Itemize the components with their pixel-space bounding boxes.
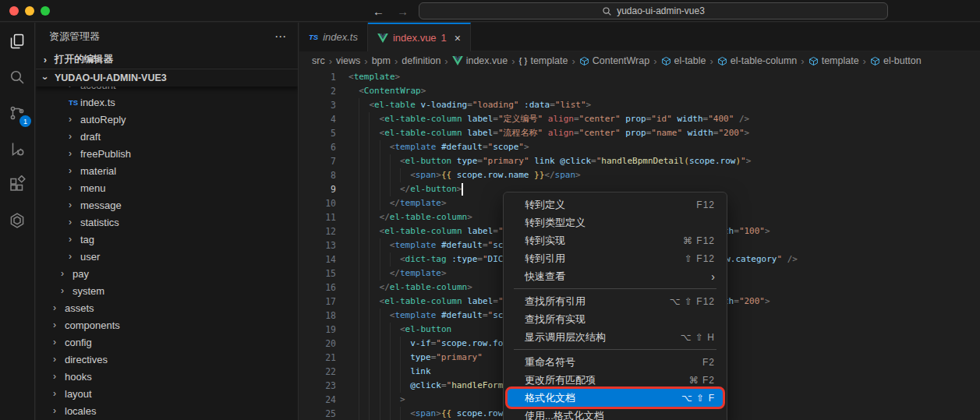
- breadcrumb-item-el-button[interactable]: el-button: [870, 55, 922, 66]
- tree-item-statistics[interactable]: ›statistics: [36, 214, 298, 231]
- code-token: >: [586, 98, 592, 112]
- menu-item-更改所有匹配项[interactable]: 更改所有匹配项⌘ F2: [506, 371, 724, 389]
- tree-item-menu[interactable]: ›menu: [36, 179, 298, 196]
- menu-separator: [514, 288, 716, 289]
- navigate-back-icon[interactable]: ←: [373, 5, 384, 18]
- zoom-window-button[interactable]: [41, 6, 50, 16]
- code-token: <: [400, 323, 405, 337]
- code-token: template: [394, 238, 436, 252]
- tree-item-system[interactable]: ›system: [36, 282, 298, 299]
- extensions-icon[interactable]: [5, 172, 30, 197]
- line-number: 17: [299, 295, 348, 309]
- breadcrumb-item-template[interactable]: template: [808, 55, 859, 66]
- symbol-cube-icon: [870, 56, 880, 66]
- menu-item-快速查看[interactable]: 快速查看›: [506, 267, 724, 285]
- tree-item-index.ts[interactable]: TSindex.ts: [36, 94, 298, 111]
- code-token: <: [400, 154, 405, 168]
- indent-guide: [390, 182, 400, 196]
- explorer-title: 资源管理器: [49, 30, 100, 44]
- code-line-5[interactable]: 5<el-table-column label="流程名称" align="ce…: [299, 126, 980, 140]
- menu-item-转到引用[interactable]: 转到引用⇧ F12: [506, 249, 724, 267]
- more-actions-icon[interactable]: ⋯: [274, 30, 287, 44]
- code-line-4[interactable]: 4<el-table-column label="定义编号" align="ce…: [299, 112, 980, 126]
- code-line-1[interactable]: 1<template>: [299, 70, 980, 84]
- tree-item-directives[interactable]: ›directives: [36, 351, 298, 368]
- tree-item-config[interactable]: ›config: [36, 334, 298, 351]
- breadcrumb-item-definition[interactable]: definition: [402, 55, 440, 66]
- code-line-2[interactable]: 2<ContentWrap>: [299, 84, 980, 98]
- indent-guide: [390, 337, 400, 351]
- menu-item-转到实现[interactable]: 转到实现⌘ F12: [506, 231, 724, 249]
- code-token: <: [369, 98, 374, 112]
- explorer-icon[interactable]: [5, 29, 30, 54]
- breadcrumb-item-src[interactable]: src: [312, 55, 325, 66]
- code-token: [447, 252, 452, 266]
- menu-item-格式化文档[interactable]: 格式化文档⌥ ⇧ F: [506, 389, 724, 407]
- tree-item-draft[interactable]: ›draft: [36, 128, 298, 145]
- code-line-6[interactable]: 6<template #default="scope">: [299, 140, 980, 154]
- menu-item-重命名符号[interactable]: 重命名符号F2: [506, 353, 724, 371]
- tree-item-user[interactable]: ›user: [36, 248, 298, 265]
- run-debug-icon[interactable]: [5, 136, 30, 161]
- close-window-button[interactable]: [9, 6, 19, 16]
- menu-item-转到定义[interactable]: 转到定义F12: [506, 196, 724, 214]
- breadcrumb-item-template[interactable]: { }template: [519, 55, 568, 66]
- menu-item-使用...格式化文档[interactable]: 使用...格式化文档: [506, 407, 724, 420]
- tree-item-pay[interactable]: ›pay: [36, 265, 298, 282]
- breadcrumb-separator: ›: [364, 55, 367, 67]
- code-token: =: [574, 112, 579, 126]
- window-controls[interactable]: [9, 6, 50, 16]
- workspace-root-section[interactable]: › YUDAO-UI-ADMIN-VUE3: [36, 69, 298, 86]
- code-token: el-button: [410, 182, 457, 196]
- tree-item-tag[interactable]: ›tag: [36, 231, 298, 248]
- chevron-right-icon: ›: [69, 251, 76, 262]
- command-center-search[interactable]: yudao-ui-admin-vue3: [419, 2, 888, 19]
- chevron-right-icon: ›: [69, 199, 76, 210]
- code-token: span: [416, 168, 437, 182]
- minimize-window-button[interactable]: [25, 6, 34, 16]
- file-tree: ›accountTSindex.ts›autoReply›draft›freeP…: [36, 76, 298, 419]
- source-control-icon[interactable]: 1: [5, 101, 30, 125]
- breadcrumb-item-el-table[interactable]: el-table: [661, 55, 706, 66]
- close-tab-icon[interactable]: ×: [455, 32, 461, 44]
- code-token: "center": [579, 112, 621, 126]
- indent-guide: [390, 365, 400, 379]
- code-token: [621, 126, 626, 140]
- navigate-forward-icon[interactable]: →: [397, 5, 409, 18]
- tab-index.vue[interactable]: index.vue1×: [368, 23, 471, 51]
- breadcrumb-item-index.vue[interactable]: index.vue: [452, 55, 508, 66]
- indent-guide: [380, 196, 390, 210]
- tree-item-material[interactable]: ›material: [36, 162, 298, 179]
- tree-item-message[interactable]: ›message: [36, 196, 298, 214]
- code-token: [436, 309, 441, 323]
- code-line-8[interactable]: 8<span>{{ scope.row.name }}</span>: [299, 168, 980, 182]
- tree-item-hooks[interactable]: ›hooks: [36, 368, 298, 385]
- breadcrumb-label: el-table-column: [731, 55, 797, 66]
- tree-item-locales[interactable]: ›locales: [36, 402, 298, 419]
- menu-item-显示调用层次结构[interactable]: 显示调用层次结构⌥ ⇧ H: [506, 328, 724, 346]
- code-token: span: [555, 168, 576, 182]
- tree-item-layout[interactable]: ›layout: [36, 385, 298, 402]
- tree-item-label: menu: [80, 182, 106, 194]
- menu-item-查找所有实现[interactable]: 查找所有实现: [506, 310, 724, 328]
- menu-item-转到类型定义[interactable]: 转到类型定义: [506, 214, 724, 231]
- code-token: [462, 126, 468, 140]
- tree-item-assets[interactable]: ›assets: [36, 299, 298, 316]
- breadcrumb-item-views[interactable]: views: [336, 55, 360, 66]
- tree-item-autoReply[interactable]: ›autoReply: [36, 111, 298, 128]
- search-icon[interactable]: [5, 65, 30, 90]
- breadcrumb-item-bpm[interactable]: bpm: [372, 55, 391, 66]
- openai-icon[interactable]: [5, 208, 30, 233]
- indent-guide: [380, 379, 390, 393]
- indent-guide: [359, 112, 369, 126]
- tree-item-components[interactable]: ›components: [36, 316, 298, 334]
- tab-index.ts[interactable]: TSindex.ts: [299, 23, 368, 51]
- tree-item-freePublish[interactable]: ›freePublish: [36, 145, 298, 162]
- open-editors-section[interactable]: › 打开的编辑器: [36, 50, 298, 69]
- menu-item-查找所有引用[interactable]: 查找所有引用⌥ ⇧ F12: [506, 292, 724, 310]
- breadcrumb-item-ContentWrap[interactable]: ContentWrap: [579, 55, 649, 66]
- code-token: </: [390, 196, 400, 210]
- code-line-7[interactable]: 7<el-button type="primary" link @click="…: [299, 154, 980, 168]
- code-line-3[interactable]: 3<el-table v-loading="loading" :data="li…: [299, 98, 980, 112]
- breadcrumb-item-el-table-column[interactable]: el-table-column: [717, 55, 797, 66]
